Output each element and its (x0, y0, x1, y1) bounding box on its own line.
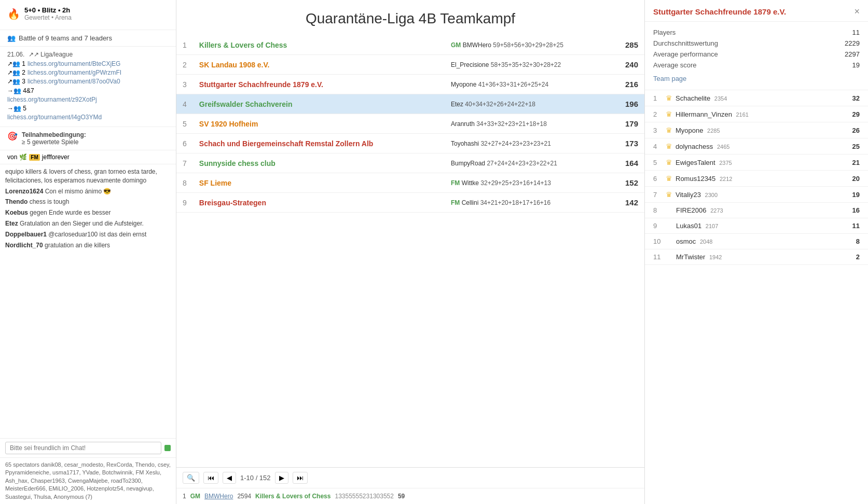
player-name-link[interactable]: Vitaliy23 (676, 191, 701, 199)
link-1[interactable]: lichess.org/tournament/BteCXjEG (27, 60, 120, 67)
player-score: 19 (852, 191, 860, 199)
player-row: 4 ♛ dolynachess 2465 25 (645, 138, 868, 155)
link-row-3: ↗👥 3 lichess.org/tournament/87oo0Va0 (7, 78, 169, 85)
table-row[interactable]: 7 Sunnyside chess club BumpyRoad 27+24+2… (176, 153, 644, 173)
players-label: Players (653, 29, 676, 36)
bottom-player-link[interactable]: BMWHero (204, 493, 233, 500)
chat-message: Doppelbauer1 @carloseduar100 ist das dei… (5, 230, 171, 239)
crown-icon: ♛ (666, 94, 672, 102)
fm-badge: FM (451, 199, 460, 206)
player-name-link[interactable]: osmoc (676, 237, 696, 245)
player-name-link[interactable]: MrTwister (676, 253, 705, 261)
chat-input[interactable] (5, 442, 161, 454)
rank-cell: 8 (176, 173, 193, 193)
link-3[interactable]: lichess.org/tournament/87oo0Va0 (27, 78, 120, 85)
player-row: 11 MrTwister 1942 2 (645, 249, 868, 265)
first-page-btn[interactable]: ⏮ (203, 472, 218, 484)
avg-perf-value: 2297 (845, 50, 860, 58)
table-row[interactable]: 3 Stuttgarter Schachfreunde 1879 e.V. My… (176, 75, 644, 94)
players-cell: El_Precisione 58+35+35+32+30+28+22 (445, 55, 613, 75)
player-name-link[interactable]: FIRE2006 (676, 206, 707, 214)
crown-icon: ♛ (666, 190, 672, 199)
score-breakdown: 32+29+25+23+16+14+13 (480, 179, 550, 187)
table-row[interactable]: 5 SV 1920 Hofheim Aranruth 34+33+32+23+2… (176, 114, 644, 134)
table-row[interactable]: 1 Killers & Lovers of Chess GM BMWHero 5… (176, 35, 644, 55)
table-row[interactable]: 2 SK Landau 1908 e.V. El_Precisione 58+3… (176, 55, 644, 75)
player-name-link[interactable]: dolynachess (676, 143, 713, 150)
player-score: 8 (856, 237, 860, 245)
chat-message: Lorenzo1624 Con el mismo ánimo 😎 (5, 187, 171, 196)
team-name-cell[interactable]: Breisgau-Strategen (193, 193, 445, 213)
team-name: SF Lieme (199, 179, 231, 187)
link-2[interactable]: lichess.org/tournament/gPWrzmFI (27, 69, 121, 76)
chat-username: Thendo (5, 198, 27, 205)
chat-text: equipo killers & lovers of chess, gran t… (5, 168, 157, 184)
player-score: 2 (856, 253, 860, 261)
score-cell: 142 (613, 193, 644, 213)
player-name-cell: Myopone 2285 (676, 127, 852, 134)
prev-page-btn[interactable]: ◀ (223, 472, 236, 484)
player-name-link[interactable]: Hillermann_Vinzen (676, 110, 732, 118)
link-row-5-url: lichess.org/tournament/I4gO3YMd (7, 114, 169, 121)
score-breakdown: 41+36+33+31+26+25+24 (478, 81, 548, 88)
player-rating: 2107 (706, 223, 718, 229)
right-title: Stuttgarter Schachfreunde 1879 e.V. (653, 7, 786, 16)
chat-username: Koebus (5, 209, 28, 216)
player-rating: 2212 (720, 176, 732, 182)
table-row[interactable]: 6 Schach und Biergemeinschaft Remstal Zo… (176, 134, 644, 153)
team-name-cell[interactable]: SF Lieme (193, 173, 445, 193)
team-name-cell[interactable]: Stuttgarter Schachfreunde 1879 e.V. (193, 75, 445, 94)
team-name: Stuttgarter Schachfreunde 1879 e.V. (199, 80, 323, 89)
stat-avg-perf: Average performance 2297 (653, 49, 860, 60)
table-row[interactable]: 9 Breisgau-Strategen FM Cellini 34+21+20… (176, 193, 644, 213)
team-name-cell[interactable]: Schach und Biergemeinschaft Remstal Zoll… (193, 134, 445, 153)
player-rating: 2161 (736, 111, 749, 118)
table-row[interactable]: 8 SF Lieme FM Wittke 32+29+25+23+16+14+1… (176, 173, 644, 193)
team-name: Greifswalder Schachverein (199, 100, 293, 108)
link-47[interactable]: lichess.org/tournament/z92XotPj (7, 96, 97, 103)
condition-label: Teilnahmebedingung: (22, 131, 86, 138)
player-rank: 11 (653, 253, 666, 261)
stat-players: Players 11 (653, 27, 860, 38)
team-name-cell[interactable]: SK Landau 1908 e.V. (193, 55, 445, 75)
team-name-cell[interactable]: Killers & Lovers of Chess (193, 35, 445, 55)
team-name: Sunnyside chess club (199, 159, 275, 167)
team-name-cell[interactable]: Greifswalder Schachverein (193, 94, 445, 114)
player-name: Myopone (451, 81, 476, 88)
close-button[interactable]: × (854, 6, 860, 17)
team-name: Schach und Biergemeinschaft Remstal Zoll… (199, 139, 374, 148)
score-cell: 285 (613, 35, 644, 55)
score-breakdown: 34+33+32+23+21+18+18 (476, 120, 546, 128)
link-5[interactable]: lichess.org/tournament/I4gO3YMd (7, 114, 102, 121)
link-row-47: →👥 4&7 (7, 87, 169, 94)
table-row[interactable]: 4 Greifswalder Schachverein Etez 40+34+3… (176, 94, 644, 114)
player-row: 9 Lukas01 2107 11 (645, 218, 868, 234)
chat-message: Etez Gratulation an den Sieger und die A… (5, 219, 171, 228)
last-page-btn[interactable]: ⏭ (293, 472, 308, 484)
next-page-btn[interactable]: ▶ (275, 472, 288, 484)
page-info: 1-10 / 152 (240, 474, 271, 482)
team-name-cell[interactable]: Sunnyside chess club (193, 153, 445, 173)
pagination: 🔍 ⏮ ◀ 1-10 / 152 ▶ ⏭ (176, 467, 644, 488)
player-name-link[interactable]: Romus12345 (676, 175, 715, 183)
team-page-link[interactable]: Team page (653, 73, 686, 85)
creator-name: jeffforever (42, 153, 70, 161)
bottom-score: 59 (398, 493, 405, 500)
users-icon: 👥 (7, 34, 16, 42)
fm-badge: FM (29, 154, 39, 161)
sidebar-von: von 🌿 FM jeffforever (0, 150, 176, 164)
player-name-link[interactable]: Myopone (676, 127, 703, 134)
player-name-link[interactable]: Schachelite (676, 94, 710, 102)
crown-icon: ♛ (666, 174, 672, 183)
score-cell: 196 (613, 94, 644, 114)
rank-cell: 4 (176, 94, 193, 114)
bottom-rating: 2594 (237, 493, 251, 500)
player-rating: 2465 (717, 144, 729, 150)
chat-username: Lorenzo1624 (5, 188, 43, 195)
player-name-link[interactable]: EwigesTalent (676, 159, 715, 166)
player-name-link[interactable]: Lukas01 (676, 222, 701, 230)
player-rating: 2300 (705, 192, 718, 198)
team-name-cell[interactable]: SV 1920 Hofheim (193, 114, 445, 134)
search-btn[interactable]: 🔍 (183, 472, 199, 484)
bottom-results: 13355555231303552 (335, 493, 393, 500)
